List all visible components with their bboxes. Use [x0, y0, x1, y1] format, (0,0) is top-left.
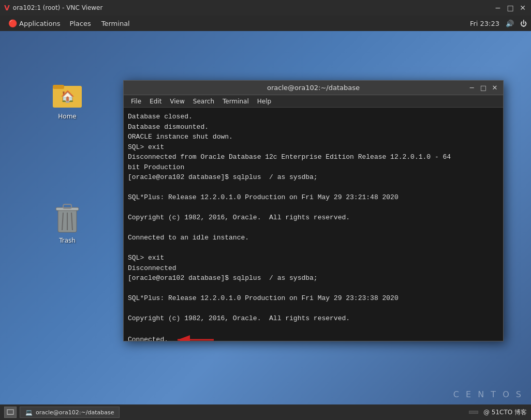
applications-menu-btn[interactable]: 🔴 Applications	[4, 17, 64, 29]
terminal-menu-btn[interactable]: Terminal	[96, 18, 135, 29]
home-folder-image: 🏠	[51, 78, 84, 111]
trash-image	[51, 202, 84, 235]
terminal-line-15: SQL> exit	[128, 253, 499, 263]
vnc-window-title: ora102:1 (root) - VNC Viewer	[13, 4, 103, 11]
taskbar-show-desktop-btn[interactable]	[4, 407, 17, 418]
terminal-line-1: Database closed.	[128, 112, 499, 122]
terminal-minimize-btn[interactable]: −	[468, 84, 476, 92]
vnc-close-btn[interactable]: ✕	[519, 4, 527, 12]
terminal-connected-line: Connected.	[128, 334, 499, 341]
terminal-menu-terminal[interactable]: Terminal	[218, 97, 253, 106]
svg-text:🏠: 🏠	[61, 89, 75, 103]
desktop: V ora102:1 (root) - VNC Viewer − □ ✕ 🔴 A…	[0, 0, 531, 420]
terminal-menu-search[interactable]: Search	[189, 97, 218, 106]
vnc-logo: V	[4, 4, 10, 12]
taskbar-bottom-right: @ 51CTO 博客	[469, 408, 527, 417]
trash-svg	[54, 202, 81, 234]
terminal-titlebar: oracle@ora102:~/database − □ ✕	[124, 81, 503, 95]
taskbar-top-left: V ora102:1 (root) - VNC Viewer	[4, 4, 102, 12]
terminal-connected-text: Connected.	[128, 335, 168, 341]
terminal-line-8	[128, 183, 499, 193]
terminal-line-5: Disconnected from Oracle Database 12c En…	[128, 152, 499, 162]
gnome-taskbar: 🔴 Applications Places Terminal Fri 23:23…	[0, 16, 531, 31]
show-desktop-icon	[7, 409, 14, 415]
terminal-line-9: SQL*Plus: Release 12.2.0.1.0 Production …	[128, 192, 499, 203]
svg-rect-1	[53, 85, 64, 89]
gnome-menu: 🔴 Applications Places Terminal	[4, 17, 135, 29]
terminal-title: oracle@ora102:~/database	[159, 84, 468, 92]
vnc-controls: − □ ✕	[494, 4, 527, 12]
taskbar-top: V ora102:1 (root) - VNC Viewer − □ ✕	[0, 0, 531, 16]
home-icon-label: Home	[58, 113, 76, 120]
terminal-menu-file[interactable]: File	[127, 97, 145, 106]
applications-label: Applications	[19, 20, 60, 27]
places-menu-btn[interactable]: Places	[64, 18, 96, 29]
terminal-line-12	[128, 223, 499, 233]
taskbar-terminal-icon: 💻	[25, 409, 33, 416]
terminal-line-13: Connected to an idle instance.	[128, 233, 499, 243]
svg-rect-12	[7, 414, 13, 415]
power-icon[interactable]: ⏻	[520, 20, 527, 27]
trash-icon[interactable]: Trash	[47, 202, 88, 244]
terminal-line-20	[128, 304, 499, 314]
terminal-close-btn[interactable]: ✕	[491, 84, 499, 92]
terminal-menu-edit[interactable]: Edit	[145, 97, 166, 106]
svg-rect-11	[7, 410, 13, 414]
folder-svg: 🏠	[52, 81, 83, 108]
terminal-line-19: SQL*Plus: Release 12.2.0.1.0 Production …	[128, 293, 499, 304]
vnc-maximize-btn[interactable]: □	[506, 4, 514, 12]
terminal-content[interactable]: Database closed. Database dismounted. OR…	[124, 108, 503, 341]
taskbar-terminal-window[interactable]: 💻 oracle@ora102:~/database	[20, 407, 120, 418]
taskbar-terminal-label: oracle@ora102:~/database	[36, 409, 114, 416]
volume-icon[interactable]: 🔊	[506, 20, 514, 27]
taskbar-bottom: 💻 oracle@ora102:~/database @ 51CTO 博客	[0, 404, 531, 420]
terminal-menu-help[interactable]: Help	[253, 97, 275, 106]
taskbar-right-widget	[469, 411, 478, 414]
terminal-window: oracle@ora102:~/database − □ ✕ File Edit…	[123, 80, 504, 341]
terminal-line-14	[128, 243, 499, 253]
terminal-win-controls: − □ ✕	[468, 84, 499, 92]
terminal-menu-view[interactable]: View	[166, 97, 188, 106]
trash-icon-label: Trash	[59, 237, 76, 244]
gnome-logo: 🔴	[8, 19, 17, 27]
terminal-line-16: Disconnected	[128, 263, 499, 274]
terminal-maximize-btn[interactable]: □	[479, 84, 488, 92]
terminal-line-17: [oracle@ora102 database]$ sqlplus / as s…	[128, 273, 499, 283]
terminal-line-4: SQL> exit	[128, 142, 499, 153]
terminal-line-2: Database dismounted.	[128, 122, 499, 132]
terminal-line-3: ORACLE instance shut down.	[128, 132, 499, 142]
taskbar-bottom-left: 💻 oracle@ora102:~/database	[4, 407, 120, 418]
vnc-titlebar: V ora102:1 (root) - VNC Viewer	[4, 4, 102, 12]
terminal-line-6: bit Production	[128, 162, 499, 173]
home-icon[interactable]: 🏠 Home	[47, 78, 88, 120]
red-arrow-annotation	[172, 334, 219, 341]
terminal-menubar: File Edit View Search Terminal Help	[124, 95, 503, 108]
terminal-line-7: [oracle@ora102 database]$ sqlplus / as s…	[128, 172, 499, 183]
terminal-line-21: Copyright (c) 1982, 2016, Oracle. All ri…	[128, 313, 499, 324]
taskbar-top-right: Fri 23:23 🔊 ⏻	[470, 20, 527, 27]
centos-watermark: C E N T O S	[453, 389, 523, 399]
clock: Fri 23:23	[470, 20, 499, 27]
terminal-line-18	[128, 283, 499, 294]
vnc-minimize-btn[interactable]: −	[494, 4, 502, 12]
blog-watermark: @ 51CTO 博客	[483, 408, 527, 417]
terminal-line-10	[128, 203, 499, 213]
terminal-line-22	[128, 324, 499, 334]
terminal-line-11: Copyright (c) 1982, 2016, Oracle. All ri…	[128, 213, 499, 223]
